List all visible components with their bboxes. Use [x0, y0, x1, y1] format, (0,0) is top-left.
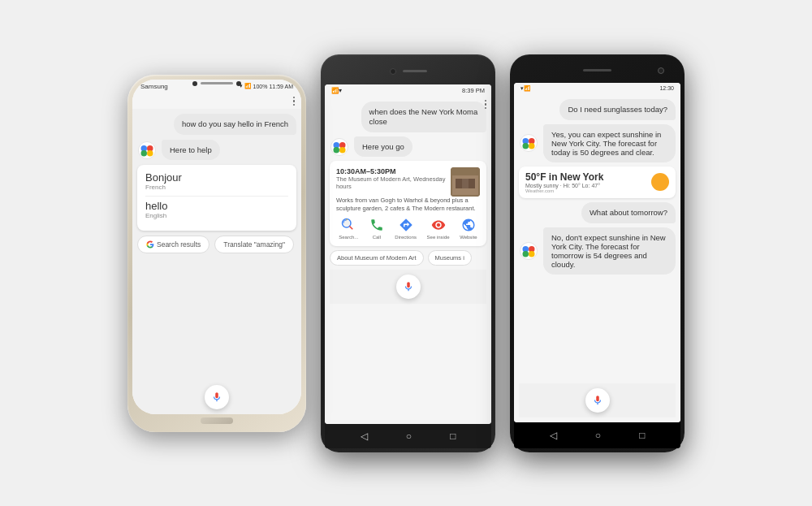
assistant-row: Here you go — [330, 136, 486, 157]
weather-desc: Mostly sunny · Hi: 50° Lo: 47° — [525, 183, 603, 188]
svg-point-3 — [141, 150, 148, 157]
svg-point-25 — [523, 251, 529, 257]
phone3-pixel: ▾📶 12:30 Do I need sunglasses today? — [510, 54, 685, 452]
museum-actions: Search... Call Directions — [336, 217, 480, 240]
phone2-top-bar — [325, 58, 491, 84]
chip-museums[interactable]: Museums i — [428, 250, 472, 266]
museum-thumbnail — [451, 167, 480, 197]
speaker — [583, 69, 611, 71]
assistant-icon-2 — [519, 241, 538, 261]
phone3-chat: Do I need sunglasses today? Yes, you can… — [514, 94, 680, 422]
status-icons: ▾ 📶 100% 11:59 AM — [240, 83, 293, 89]
battery-text: 100% — [253, 84, 268, 89]
weather-temp: 50°F in New York — [525, 171, 603, 183]
overflow-menu-icon[interactable] — [293, 97, 296, 106]
weather-card: 50°F in New York Mostly sunny · Hi: 50° … — [519, 167, 676, 198]
phone3-nav-bar: ◁ ○ □ — [514, 422, 680, 448]
front-camera — [390, 68, 396, 75]
assistant-bubble: Here to help — [162, 140, 220, 160]
translate-button[interactable]: Translate "amazing" — [214, 236, 294, 253]
call-action[interactable]: Call — [369, 217, 385, 240]
svg-point-5 — [331, 138, 348, 155]
carrier-text: Samsung — [140, 83, 168, 90]
mic-button[interactable] — [396, 275, 421, 299]
phone1-chat: how do you say hello in French Here to h… — [132, 109, 301, 380]
website-action[interactable]: Website — [460, 217, 477, 240]
back-button[interactable]: ◁ — [550, 430, 557, 441]
svg-rect-13 — [462, 179, 469, 188]
home-button[interactable]: ○ — [595, 430, 601, 441]
action-buttons: Search results Translate "amazing" — [137, 236, 296, 253]
assistant-message-row: Here to help — [137, 140, 296, 160]
chip-about[interactable]: About Museum of Modern Art — [330, 250, 424, 266]
wifi-icon: ▾ — [240, 83, 243, 89]
signal-icon: ▾📶 — [520, 85, 531, 91]
phone2-screen: 📶▾ 8:39 PM when does the New York Moma c… — [325, 84, 491, 424]
museum-name: The Museum of Modern Art, Wednesday hour… — [336, 175, 451, 190]
user-msg-1: Do I need sunglasses today? — [519, 99, 676, 120]
mic-button[interactable] — [585, 388, 610, 413]
status-left: 📶▾ — [331, 87, 342, 94]
svg-point-8 — [334, 147, 340, 154]
museum-header: 10:30AM–5:30PM The Museum of Modern Art,… — [336, 167, 480, 197]
mic-area — [330, 270, 486, 304]
museum-hours: 10:30AM–5:30PM — [336, 167, 451, 175]
time-text: 11:59 AM — [269, 84, 293, 89]
website-icon — [460, 217, 477, 233]
directions-label: Directions — [395, 235, 417, 240]
front-camera — [658, 67, 664, 74]
phone2-nav-bar: ◁ ○ □ — [325, 424, 491, 448]
phone3-screen: ▾📶 12:30 Do I need sunglasses today? — [514, 83, 680, 422]
back-button[interactable]: ◁ — [361, 430, 368, 442]
speaker — [403, 70, 427, 72]
museum-info: 10:30AM–5:30PM The Museum of Modern Art,… — [336, 167, 451, 193]
call-icon — [369, 217, 385, 233]
overflow-icon[interactable] — [485, 100, 487, 110]
svg-point-20 — [523, 143, 529, 149]
user-bubble-2: What about tomorrow? — [581, 202, 676, 223]
assistant-bubble: Here you go — [354, 136, 412, 157]
svg-point-26 — [529, 251, 535, 257]
phone2-status-bar: 📶▾ 8:39 PM — [325, 84, 491, 97]
phone1-status-bar: Samsung ▾ 📶 100% 11:59 AM — [132, 80, 301, 93]
directions-action[interactable]: Directions — [395, 217, 417, 240]
weather-info: 50°F in New York Mostly sunny · Hi: 50° … — [525, 171, 603, 193]
assistant-row-2: No, don't expect sunshine in New York Ci… — [519, 227, 676, 275]
museum-card: 10:30AM–5:30PM The Museum of Modern Art,… — [330, 161, 486, 246]
call-label: Call — [373, 235, 381, 240]
user-bubble-1: Do I need sunglasses today? — [559, 99, 676, 120]
translation-lang2: English — [145, 212, 288, 219]
recents-button[interactable]: □ — [639, 430, 645, 441]
mic-area — [132, 380, 301, 414]
search-results-button[interactable]: Search results — [137, 236, 209, 253]
see-inside-label: See inside — [427, 235, 450, 240]
signal-icon: 📶 — [244, 83, 252, 89]
recents-button[interactable]: □ — [450, 430, 456, 442]
museum-description: Works from van Gogh to Warhol & beyond p… — [336, 197, 480, 213]
home-button[interactable] — [201, 417, 233, 424]
mic-button[interactable] — [205, 385, 229, 409]
see-inside-action[interactable]: See inside — [427, 217, 450, 240]
time-display: 12:30 — [659, 85, 674, 92]
svg-rect-14 — [469, 179, 475, 188]
directions-icon — [398, 217, 414, 233]
svg-point-9 — [339, 147, 346, 154]
translation-lang1: French — [145, 184, 288, 191]
phone2-chat: when does the New York Moma close — [325, 97, 491, 424]
svg-point-4 — [147, 150, 153, 157]
assistant-icon — [137, 141, 157, 160]
home-button[interactable]: ○ — [406, 430, 412, 442]
search-action[interactable]: Search... — [339, 217, 358, 240]
assistant-bubble-2: No, don't expect sunshine in New York Ci… — [543, 227, 676, 275]
translation-word2: hello — [145, 200, 288, 212]
signal-icon: 📶▾ — [331, 87, 342, 94]
svg-point-17 — [520, 135, 538, 152]
overflow-menu-icon[interactable] — [485, 100, 487, 110]
assistant-icon — [330, 137, 349, 157]
search-action-icon — [340, 217, 356, 233]
assistant-icon — [519, 133, 538, 153]
user-message: when does the New York Moma close — [361, 102, 486, 133]
translation-card: Bonjour French hello English — [137, 165, 296, 231]
svg-point-21 — [529, 143, 535, 149]
user-msg-2: What about tomorrow? — [519, 202, 676, 223]
